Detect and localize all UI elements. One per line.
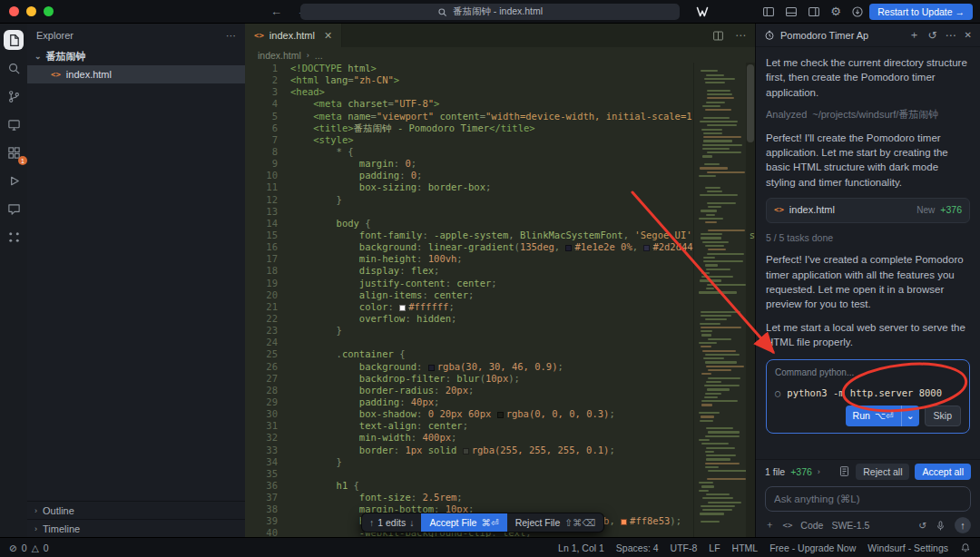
timeline-section[interactable]: › Timeline: [27, 519, 245, 537]
open-diff-icon[interactable]: [838, 465, 850, 477]
accept-all-button[interactable]: Accept all: [915, 464, 971, 480]
breadcrumb[interactable]: index.html › ...: [245, 47, 755, 63]
mic-icon[interactable]: [935, 520, 946, 532]
language-mode[interactable]: HTML: [732, 542, 759, 553]
folder-row[interactable]: ⌄ 番茄闹钟: [27, 47, 245, 65]
window-close-button[interactable]: [9, 6, 19, 16]
new-chat-icon[interactable]: ＋: [909, 27, 920, 43]
skip-command-button[interactable]: Skip: [925, 406, 961, 426]
history-icon[interactable]: ↺: [928, 29, 937, 42]
cascade-chat-input[interactable]: [765, 486, 971, 512]
line-content: display: flex;: [278, 265, 439, 277]
tab-close-icon[interactable]: ✕: [324, 30, 332, 42]
reject-file-button[interactable]: Reject File ⇧⌘⌫: [507, 513, 604, 532]
line-content: margin: 0;: [278, 158, 416, 170]
analyzed-label: Analyzed: [766, 108, 807, 122]
assistant-message: Perfect! I'll create the Pomodoro timer …: [766, 131, 970, 190]
cursor-position[interactable]: Ln 1, Col 1: [558, 542, 604, 553]
chevron-right-icon[interactable]: ›: [818, 467, 820, 476]
run-options-chevron-icon[interactable]: ⌄: [901, 406, 919, 426]
editor-scrollbar[interactable]: [746, 63, 755, 537]
indentation[interactable]: Spaces: 4: [616, 542, 659, 553]
accept-file-button[interactable]: Accept File ⌘⏎: [421, 513, 506, 532]
file-row-index-html[interactable]: <> index.html: [27, 65, 245, 83]
activity-remote-explorer-icon[interactable]: [4, 114, 24, 134]
add-context-icon[interactable]: ＋: [765, 519, 775, 532]
encoding[interactable]: UTF-8: [671, 542, 698, 553]
cascade-header: Pomodoro Timer Ap ＋ ↺ ⋯ ✕: [756, 24, 980, 47]
analyzed-step[interactable]: Analyzed ~/projects/windsurf/番茄闹钟: [766, 108, 970, 122]
layout-sidebar-left-icon[interactable]: [762, 5, 775, 18]
line-number: 24: [245, 337, 278, 348]
line-number: 15: [245, 230, 278, 241]
files-changed-count[interactable]: 1 file: [765, 466, 785, 477]
command-center-search[interactable]: 番茄闹钟 - index.html: [300, 4, 680, 20]
warnings-icon[interactable]: △: [32, 542, 39, 553]
line-number: 27: [245, 373, 278, 385]
notifications-bell-icon[interactable]: [960, 542, 971, 553]
tab-label: index.html: [270, 30, 315, 41]
chevron-right-icon: ›: [34, 524, 37, 533]
cascade-close-icon[interactable]: ✕: [965, 30, 972, 40]
code-line: 32 min-width: 400px;: [245, 432, 755, 444]
editor-more-actions-icon[interactable]: ⋯: [735, 29, 746, 42]
layout-panel-icon[interactable]: [785, 5, 798, 18]
code-editor[interactable]: 1<!DOCTYPE html>2<html lang="zh-CN">3<he…: [245, 63, 755, 537]
errors-count[interactable]: 0: [22, 542, 27, 553]
window-zoom-button[interactable]: [44, 6, 54, 16]
edited-file-chip[interactable]: <> index.html New +376: [766, 198, 970, 223]
line-number: 16: [245, 241, 278, 253]
mode-selector[interactable]: Code: [800, 520, 823, 531]
prev-edit-icon[interactable]: ↑: [369, 517, 374, 528]
outline-section[interactable]: › Outline: [27, 501, 245, 519]
activity-chat-icon[interactable]: [4, 199, 24, 219]
activity-extensions-icon[interactable]: 1: [4, 142, 24, 162]
settings-gear-icon[interactable]: ⚙: [830, 5, 841, 18]
search-icon: [437, 7, 447, 17]
cascade-more-icon[interactable]: ⋯: [946, 29, 956, 42]
line-content: padding: 40px;: [278, 396, 439, 408]
model-selector[interactable]: SWE-1.5: [831, 520, 869, 531]
scrollbar-thumb[interactable]: [747, 64, 754, 142]
line-content: [278, 468, 290, 480]
restart-to-update-button[interactable]: Restart to Update →: [869, 4, 973, 20]
reject-all-button[interactable]: Reject all: [856, 464, 909, 480]
code-line: 37 font-size: 2.5rem;: [245, 492, 755, 503]
activity-source-control-icon[interactable]: [4, 86, 24, 106]
minimap[interactable]: [693, 63, 746, 537]
status-bar: ⊘ 0 △ 0 Ln 1, Col 1 Spaces: 4 UTF-8 LF H…: [0, 537, 980, 557]
code-line: 10 padding: 0;: [245, 170, 755, 181]
tasks-progress[interactable]: 5 / 5 tasks done: [766, 231, 970, 245]
run-command-button[interactable]: Run ⌥⏎ ⌄: [846, 406, 919, 426]
activity-search-icon[interactable]: [4, 58, 24, 78]
activity-apps-icon[interactable]: [4, 227, 24, 247]
refresh-icon[interactable]: ↺: [918, 520, 926, 531]
layout-sidebar-right-icon[interactable]: [808, 5, 820, 18]
line-content: <title>番茄闹钟 - Pomodoro Timer</title>: [278, 122, 535, 134]
nav-back-icon[interactable]: ←: [270, 5, 282, 18]
explorer-more-actions-icon[interactable]: ⋯: [226, 30, 236, 42]
command-proposal-card: Command python... ○ python3 -m http.serv…: [766, 359, 970, 434]
errors-icon[interactable]: ⊘: [9, 542, 17, 553]
line-number: 2: [245, 74, 278, 86]
activity-explorer-icon[interactable]: [4, 30, 24, 50]
upgrade-link[interactable]: Free - Upgrade Now: [769, 542, 856, 553]
line-content: .container {: [278, 348, 405, 360]
line-content: backdrop-filter: blur(10px);: [278, 373, 520, 385]
windsurf-settings-link[interactable]: Windsurf - Settings: [867, 542, 948, 553]
line-number: 17: [245, 253, 278, 265]
tab-index-html[interactable]: <> index.html ✕: [245, 24, 342, 47]
activity-run-debug-icon[interactable]: [4, 171, 24, 191]
line-content: <head>: [278, 86, 325, 98]
next-edit-icon[interactable]: ↓: [409, 517, 414, 528]
send-button[interactable]: ↑: [955, 517, 971, 533]
window-minimize-button[interactable]: [26, 6, 36, 16]
edits-navigator[interactable]: ↑ 1 edits ↓: [362, 513, 421, 532]
chip-lines-added: +376: [940, 203, 962, 217]
editor-tab-bar: <> index.html ✕ ⋯: [245, 24, 755, 47]
line-content: font-size: 2.5rem;: [278, 492, 463, 503]
eol-sequence[interactable]: LF: [709, 542, 720, 553]
warnings-count[interactable]: 0: [44, 542, 49, 553]
split-editor-icon[interactable]: [712, 30, 724, 42]
update-download-icon[interactable]: [851, 5, 864, 18]
